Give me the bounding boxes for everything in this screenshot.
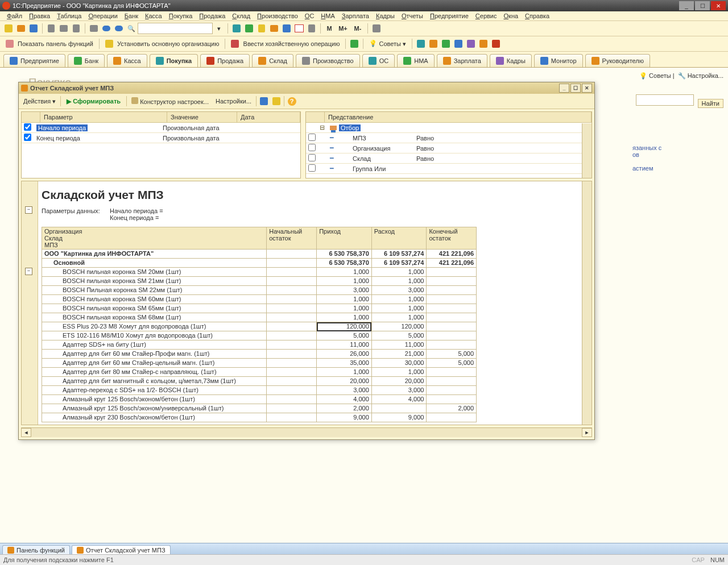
outline-gutter[interactable]: − − bbox=[22, 181, 38, 425]
menu-Покупка[interactable]: Покупка bbox=[166, 11, 196, 20]
find-input[interactable] bbox=[636, 94, 694, 106]
param-checkbox[interactable] bbox=[24, 123, 31, 131]
wintab[interactable]: Отчет Складской учет МПЗ bbox=[72, 545, 171, 555]
menu-Операции[interactable]: Операции bbox=[85, 11, 121, 20]
filter-checkbox[interactable] bbox=[308, 134, 316, 141]
table-row[interactable]: ESS Plus 20-23 M8 Хомут для водопровода … bbox=[42, 322, 477, 331]
table-row[interactable]: BOSCH пильная коронка SM 20мм (1шт)1,000… bbox=[42, 268, 477, 277]
advice-link[interactable]: 💡 Советы bbox=[639, 72, 671, 79]
menu-Предприятие[interactable]: Предприятие bbox=[427, 11, 472, 20]
minimize-button[interactable]: _ bbox=[679, 1, 694, 10]
report-hscroll[interactable]: ◄ ► bbox=[21, 427, 592, 437]
filter-row[interactable]: ━Группа Или bbox=[306, 164, 592, 174]
table-row[interactable]: Адаптер SDS+ на биту (1шт)11,00011,000 bbox=[42, 340, 477, 350]
link-icon[interactable] bbox=[282, 23, 292, 34]
set-org-button[interactable]: Установить основную организацию bbox=[102, 40, 223, 48]
mminus-button[interactable]: M- bbox=[351, 23, 364, 34]
tab-Касса[interactable]: Касса bbox=[107, 54, 147, 67]
menu-Таблица[interactable]: Таблица bbox=[53, 11, 85, 20]
save-icon[interactable] bbox=[28, 23, 39, 34]
tab-ОС[interactable]: ОС bbox=[362, 54, 395, 67]
table-row[interactable]: BOSCH пильная коронка SM 60мм (1шт)1,000… bbox=[42, 295, 477, 304]
open-icon[interactable] bbox=[16, 23, 26, 34]
report-icon[interactable] bbox=[231, 23, 242, 34]
constructor-button[interactable]: Конструктор настроек... bbox=[129, 97, 211, 106]
table-row[interactable]: BOSCH пильная коронка SM 68мм (1шт)1,000… bbox=[42, 313, 477, 322]
undo-icon[interactable] bbox=[101, 23, 111, 34]
table-row[interactable]: Адаптер для бит 60 мм Стайер-Профи магн.… bbox=[42, 350, 477, 359]
paste-icon[interactable] bbox=[71, 23, 81, 34]
tab-Покупка[interactable]: Покупка bbox=[150, 54, 198, 67]
table-row[interactable]: BOSCH пильная коронка SM 21мм (1шт)1,000… bbox=[42, 277, 477, 286]
redo-icon[interactable] bbox=[114, 23, 124, 34]
filter-scrollbar[interactable] bbox=[582, 123, 592, 178]
filter-checkbox[interactable] bbox=[308, 154, 316, 161]
filter-row[interactable]: ━СкладРавно bbox=[306, 153, 592, 164]
menu-Производство[interactable]: Производство bbox=[254, 11, 301, 20]
filter-checkbox[interactable] bbox=[308, 164, 316, 172]
table-row[interactable]: Основной6 530 758,3706 109 537,274421 22… bbox=[42, 259, 477, 268]
settings-link[interactable]: 🔧 Настройка... bbox=[678, 72, 723, 79]
wintab[interactable]: Панель функций bbox=[2, 545, 70, 555]
menu-Правка[interactable]: Правка bbox=[26, 11, 53, 20]
tools-icon[interactable] bbox=[371, 23, 382, 34]
menu-Справка[interactable]: Справка bbox=[522, 11, 553, 20]
table-row[interactable]: BOSCH пильная коронка SM 65мм (1шт)1,000… bbox=[42, 304, 477, 313]
tab-Банк[interactable]: Банк bbox=[68, 54, 105, 67]
maximize-button[interactable]: ☐ bbox=[695, 1, 710, 10]
menu-Отчеты[interactable]: Отчеты bbox=[398, 11, 427, 20]
menu-Файл[interactable]: Файл bbox=[3, 11, 26, 20]
grid3-icon[interactable] bbox=[441, 39, 451, 49]
table-icon[interactable] bbox=[244, 23, 254, 34]
grid4-icon[interactable] bbox=[453, 39, 464, 49]
tab-Руководителю[interactable]: Руководителю bbox=[585, 54, 650, 67]
menu-Зарплата[interactable]: Зарплата bbox=[338, 11, 373, 20]
grid2-icon[interactable] bbox=[428, 39, 439, 49]
param-checkbox[interactable] bbox=[24, 134, 31, 141]
menu-Продажа[interactable]: Продажа bbox=[196, 11, 229, 20]
filter-root-row[interactable]: ⊟ Отбор bbox=[306, 123, 592, 133]
table-row[interactable]: Алмазный круг 125 Bosch/эконом/бетон (1ш… bbox=[42, 395, 477, 404]
table-row[interactable]: ETS 102-116 M8/M10 Хомут для водопровода… bbox=[42, 331, 477, 340]
grid5-icon[interactable] bbox=[466, 39, 476, 49]
menu-Банк[interactable]: Банк bbox=[121, 11, 142, 20]
grid1-icon[interactable] bbox=[416, 39, 426, 49]
side-link-2[interactable]: астием bbox=[632, 165, 653, 172]
filter-checkbox[interactable] bbox=[308, 144, 316, 151]
collapse-node-1[interactable]: − bbox=[25, 206, 32, 214]
table-row[interactable]: Адаптер-переход с SDS+ на 1/2- BOSCH (1ш… bbox=[42, 386, 477, 395]
table-row[interactable]: BOSCH Пильная коронка SM 22мм (1шт)3,000… bbox=[42, 286, 477, 295]
find-icon[interactable]: 🔍 bbox=[126, 23, 136, 34]
param-row[interactable]: Начало периодаПроизвольная дата bbox=[22, 123, 300, 133]
report-table[interactable]: Организация Склад МПЗ Начальный остаток … bbox=[42, 227, 477, 422]
enter-operation-button[interactable]: Ввести хозяйственную операцию bbox=[228, 40, 343, 48]
settings-report-button[interactable]: Настройки... bbox=[213, 97, 254, 105]
advice-button[interactable]: 💡 Советы ▾ bbox=[366, 40, 410, 48]
menu-НМА[interactable]: НМА bbox=[317, 11, 338, 20]
tab-Склад[interactable]: Склад bbox=[252, 54, 293, 67]
table-row[interactable]: ООО "Картинка для ИНФОСТАРТА"6 530 758,3… bbox=[42, 250, 477, 259]
grid7-icon[interactable] bbox=[491, 39, 501, 49]
menu-Касса[interactable]: Касса bbox=[142, 11, 166, 20]
close-button[interactable]: ✕ bbox=[711, 1, 726, 10]
menu-Склад[interactable]: Склад bbox=[229, 11, 254, 20]
tab-НМА[interactable]: НМА bbox=[397, 54, 434, 67]
menu-Кадры[interactable]: Кадры bbox=[373, 11, 398, 20]
doc-icon[interactable] bbox=[257, 23, 267, 34]
search-input[interactable] bbox=[138, 23, 213, 34]
scroll-left-icon[interactable]: ◄ bbox=[21, 428, 31, 437]
collapse-node-2[interactable]: − bbox=[25, 268, 32, 275]
menu-Окна[interactable]: Окна bbox=[500, 11, 522, 20]
mplus-button[interactable]: M+ bbox=[337, 23, 349, 34]
new-icon[interactable] bbox=[3, 23, 14, 34]
cut-icon[interactable] bbox=[46, 23, 56, 34]
menu-ОС[interactable]: ОС bbox=[301, 11, 318, 20]
param-row[interactable]: Конец периодаПроизвольная дата bbox=[22, 133, 300, 143]
table-row[interactable]: Адаптер для бит 80 мм Стайер-с направляю… bbox=[42, 368, 477, 377]
report-tool2-icon[interactable] bbox=[271, 96, 282, 106]
table-row[interactable]: Алмазный круг 230 Bosch/эконом/бетон (1ш… bbox=[42, 413, 477, 422]
tab-Зарплата[interactable]: Зарплата bbox=[437, 54, 487, 67]
m-button[interactable]: M bbox=[324, 23, 334, 34]
modal-minimize-button[interactable]: _ bbox=[559, 84, 569, 93]
tab-Продажа[interactable]: Продажа bbox=[200, 54, 250, 67]
